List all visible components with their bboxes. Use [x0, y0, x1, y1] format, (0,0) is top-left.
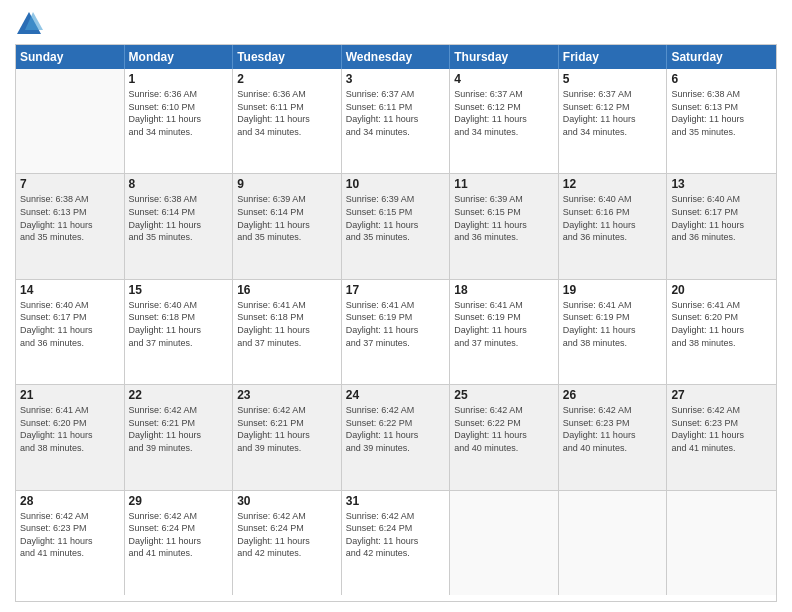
day-cell-30: 30Sunrise: 6:42 AM Sunset: 6:24 PM Dayli…	[233, 491, 342, 595]
day-info: Sunrise: 6:41 AM Sunset: 6:19 PM Dayligh…	[454, 299, 554, 349]
header	[15, 10, 777, 38]
day-info: Sunrise: 6:42 AM Sunset: 6:23 PM Dayligh…	[20, 510, 120, 560]
day-cell-21: 21Sunrise: 6:41 AM Sunset: 6:20 PM Dayli…	[16, 385, 125, 489]
calendar-week-4: 21Sunrise: 6:41 AM Sunset: 6:20 PM Dayli…	[16, 385, 776, 490]
empty-cell	[667, 491, 776, 595]
day-info: Sunrise: 6:42 AM Sunset: 6:22 PM Dayligh…	[346, 404, 446, 454]
day-info: Sunrise: 6:37 AM Sunset: 6:12 PM Dayligh…	[454, 88, 554, 138]
day-cell-9: 9Sunrise: 6:39 AM Sunset: 6:14 PM Daylig…	[233, 174, 342, 278]
day-info: Sunrise: 6:39 AM Sunset: 6:15 PM Dayligh…	[346, 193, 446, 243]
calendar-week-3: 14Sunrise: 6:40 AM Sunset: 6:17 PM Dayli…	[16, 280, 776, 385]
day-number: 14	[20, 283, 120, 297]
day-number: 25	[454, 388, 554, 402]
day-number: 4	[454, 72, 554, 86]
day-info: Sunrise: 6:38 AM Sunset: 6:13 PM Dayligh…	[20, 193, 120, 243]
logo-icon	[15, 10, 43, 38]
day-info: Sunrise: 6:42 AM Sunset: 6:24 PM Dayligh…	[346, 510, 446, 560]
day-info: Sunrise: 6:41 AM Sunset: 6:19 PM Dayligh…	[563, 299, 663, 349]
calendar: SundayMondayTuesdayWednesdayThursdayFrid…	[15, 44, 777, 602]
day-number: 22	[129, 388, 229, 402]
day-info: Sunrise: 6:36 AM Sunset: 6:11 PM Dayligh…	[237, 88, 337, 138]
calendar-week-2: 7Sunrise: 6:38 AM Sunset: 6:13 PM Daylig…	[16, 174, 776, 279]
day-cell-4: 4Sunrise: 6:37 AM Sunset: 6:12 PM Daylig…	[450, 69, 559, 173]
header-day-saturday: Saturday	[667, 45, 776, 69]
day-cell-25: 25Sunrise: 6:42 AM Sunset: 6:22 PM Dayli…	[450, 385, 559, 489]
day-cell-15: 15Sunrise: 6:40 AM Sunset: 6:18 PM Dayli…	[125, 280, 234, 384]
day-cell-26: 26Sunrise: 6:42 AM Sunset: 6:23 PM Dayli…	[559, 385, 668, 489]
day-info: Sunrise: 6:38 AM Sunset: 6:13 PM Dayligh…	[671, 88, 772, 138]
empty-cell	[16, 69, 125, 173]
day-info: Sunrise: 6:42 AM Sunset: 6:23 PM Dayligh…	[671, 404, 772, 454]
day-info: Sunrise: 6:39 AM Sunset: 6:15 PM Dayligh…	[454, 193, 554, 243]
day-number: 12	[563, 177, 663, 191]
header-day-sunday: Sunday	[16, 45, 125, 69]
day-info: Sunrise: 6:41 AM Sunset: 6:20 PM Dayligh…	[671, 299, 772, 349]
day-number: 9	[237, 177, 337, 191]
header-day-monday: Monday	[125, 45, 234, 69]
calendar-week-5: 28Sunrise: 6:42 AM Sunset: 6:23 PM Dayli…	[16, 491, 776, 595]
day-number: 20	[671, 283, 772, 297]
day-info: Sunrise: 6:40 AM Sunset: 6:17 PM Dayligh…	[671, 193, 772, 243]
day-cell-27: 27Sunrise: 6:42 AM Sunset: 6:23 PM Dayli…	[667, 385, 776, 489]
day-info: Sunrise: 6:38 AM Sunset: 6:14 PM Dayligh…	[129, 193, 229, 243]
day-number: 13	[671, 177, 772, 191]
day-cell-17: 17Sunrise: 6:41 AM Sunset: 6:19 PM Dayli…	[342, 280, 451, 384]
day-number: 16	[237, 283, 337, 297]
day-info: Sunrise: 6:40 AM Sunset: 6:17 PM Dayligh…	[20, 299, 120, 349]
day-cell-18: 18Sunrise: 6:41 AM Sunset: 6:19 PM Dayli…	[450, 280, 559, 384]
day-cell-3: 3Sunrise: 6:37 AM Sunset: 6:11 PM Daylig…	[342, 69, 451, 173]
header-day-friday: Friday	[559, 45, 668, 69]
day-cell-28: 28Sunrise: 6:42 AM Sunset: 6:23 PM Dayli…	[16, 491, 125, 595]
day-number: 10	[346, 177, 446, 191]
day-info: Sunrise: 6:41 AM Sunset: 6:19 PM Dayligh…	[346, 299, 446, 349]
empty-cell	[450, 491, 559, 595]
day-cell-20: 20Sunrise: 6:41 AM Sunset: 6:20 PM Dayli…	[667, 280, 776, 384]
day-cell-24: 24Sunrise: 6:42 AM Sunset: 6:22 PM Dayli…	[342, 385, 451, 489]
day-cell-2: 2Sunrise: 6:36 AM Sunset: 6:11 PM Daylig…	[233, 69, 342, 173]
day-info: Sunrise: 6:39 AM Sunset: 6:14 PM Dayligh…	[237, 193, 337, 243]
day-cell-16: 16Sunrise: 6:41 AM Sunset: 6:18 PM Dayli…	[233, 280, 342, 384]
day-info: Sunrise: 6:42 AM Sunset: 6:24 PM Dayligh…	[129, 510, 229, 560]
day-cell-13: 13Sunrise: 6:40 AM Sunset: 6:17 PM Dayli…	[667, 174, 776, 278]
day-info: Sunrise: 6:42 AM Sunset: 6:22 PM Dayligh…	[454, 404, 554, 454]
day-number: 6	[671, 72, 772, 86]
day-number: 24	[346, 388, 446, 402]
day-cell-5: 5Sunrise: 6:37 AM Sunset: 6:12 PM Daylig…	[559, 69, 668, 173]
day-cell-19: 19Sunrise: 6:41 AM Sunset: 6:19 PM Dayli…	[559, 280, 668, 384]
day-info: Sunrise: 6:37 AM Sunset: 6:12 PM Dayligh…	[563, 88, 663, 138]
day-number: 30	[237, 494, 337, 508]
day-number: 29	[129, 494, 229, 508]
day-number: 8	[129, 177, 229, 191]
day-number: 27	[671, 388, 772, 402]
day-info: Sunrise: 6:42 AM Sunset: 6:24 PM Dayligh…	[237, 510, 337, 560]
day-number: 18	[454, 283, 554, 297]
day-number: 19	[563, 283, 663, 297]
day-info: Sunrise: 6:40 AM Sunset: 6:18 PM Dayligh…	[129, 299, 229, 349]
day-info: Sunrise: 6:37 AM Sunset: 6:11 PM Dayligh…	[346, 88, 446, 138]
day-cell-1: 1Sunrise: 6:36 AM Sunset: 6:10 PM Daylig…	[125, 69, 234, 173]
day-cell-10: 10Sunrise: 6:39 AM Sunset: 6:15 PM Dayli…	[342, 174, 451, 278]
day-number: 28	[20, 494, 120, 508]
day-cell-8: 8Sunrise: 6:38 AM Sunset: 6:14 PM Daylig…	[125, 174, 234, 278]
day-cell-31: 31Sunrise: 6:42 AM Sunset: 6:24 PM Dayli…	[342, 491, 451, 595]
day-number: 3	[346, 72, 446, 86]
header-day-wednesday: Wednesday	[342, 45, 451, 69]
day-info: Sunrise: 6:42 AM Sunset: 6:23 PM Dayligh…	[563, 404, 663, 454]
header-day-thursday: Thursday	[450, 45, 559, 69]
day-cell-23: 23Sunrise: 6:42 AM Sunset: 6:21 PM Dayli…	[233, 385, 342, 489]
day-number: 2	[237, 72, 337, 86]
day-number: 26	[563, 388, 663, 402]
day-number: 21	[20, 388, 120, 402]
day-number: 17	[346, 283, 446, 297]
day-cell-7: 7Sunrise: 6:38 AM Sunset: 6:13 PM Daylig…	[16, 174, 125, 278]
day-number: 7	[20, 177, 120, 191]
day-cell-11: 11Sunrise: 6:39 AM Sunset: 6:15 PM Dayli…	[450, 174, 559, 278]
day-number: 31	[346, 494, 446, 508]
day-info: Sunrise: 6:41 AM Sunset: 6:20 PM Dayligh…	[20, 404, 120, 454]
day-number: 15	[129, 283, 229, 297]
calendar-body: 1Sunrise: 6:36 AM Sunset: 6:10 PM Daylig…	[16, 69, 776, 595]
day-info: Sunrise: 6:41 AM Sunset: 6:18 PM Dayligh…	[237, 299, 337, 349]
page: SundayMondayTuesdayWednesdayThursdayFrid…	[0, 0, 792, 612]
day-info: Sunrise: 6:42 AM Sunset: 6:21 PM Dayligh…	[237, 404, 337, 454]
header-day-tuesday: Tuesday	[233, 45, 342, 69]
